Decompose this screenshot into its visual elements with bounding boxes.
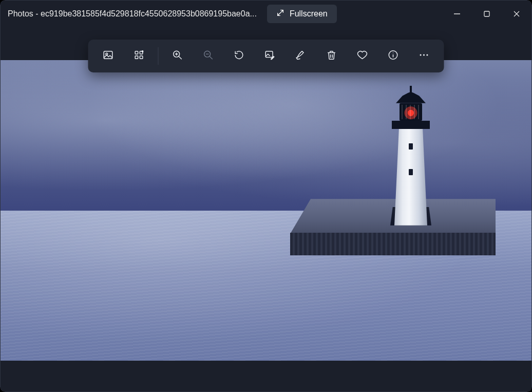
markup-icon [295,49,307,63]
info-icon [388,49,399,63]
fullscreen-label: Fullscreen [290,9,328,18]
edit-image-icon [264,49,276,63]
fullscreen-button[interactable]: Fullscreen [267,5,337,23]
view-photo-button[interactable] [93,43,123,69]
svg-point-25 [423,54,425,55]
zoom-in-button[interactable] [163,43,193,69]
window-controls [442,1,531,27]
favorite-button[interactable] [348,43,377,69]
svg-rect-18 [265,51,273,58]
fullscreen-icon [276,9,284,19]
delete-button[interactable] [317,43,347,69]
favorite-icon [357,49,368,63]
close-button[interactable] [502,1,531,27]
photo-viewport[interactable] [1,60,531,361]
svg-point-24 [420,54,422,55]
rotate-button[interactable] [224,43,254,69]
svg-point-10 [142,50,144,52]
apps-grid-icon [134,49,145,63]
zoom-out-button[interactable] [194,43,223,69]
edit-image-button[interactable] [255,43,285,69]
photos-app-window: Photos - ec919be381585f4d529818fc4550628… [0,0,532,392]
photo-image [1,60,531,361]
svg-rect-6 [135,51,138,54]
svg-line-12 [179,57,182,60]
toolbar-separator [158,47,159,65]
svg-rect-8 [135,56,138,59]
view-photo-icon [103,49,114,63]
window-title: Photos - ec919be381585f4d529818fc4550628… [1,9,257,18]
markup-button[interactable] [286,43,316,69]
svg-line-16 [210,57,213,60]
more-icon [419,49,430,63]
svg-rect-9 [140,56,143,59]
zoom-out-icon [203,49,214,63]
delete-icon [326,49,337,63]
svg-rect-4 [104,51,112,59]
letterbox-bottom [1,361,531,391]
info-button[interactable] [378,43,408,69]
content-area [1,27,531,391]
apps-grid-button[interactable] [124,43,154,69]
titlebar: Photos - ec919be381585f4d529818fc4550628… [1,1,531,27]
svg-point-23 [393,52,393,53]
more-button[interactable] [409,43,439,69]
maximize-button[interactable] [472,1,502,27]
rotate-icon [234,49,245,63]
minimize-button[interactable] [442,1,472,27]
svg-rect-1 [484,11,489,16]
svg-point-26 [426,54,428,55]
photo-toolbar [88,40,444,72]
zoom-in-icon [172,49,183,63]
